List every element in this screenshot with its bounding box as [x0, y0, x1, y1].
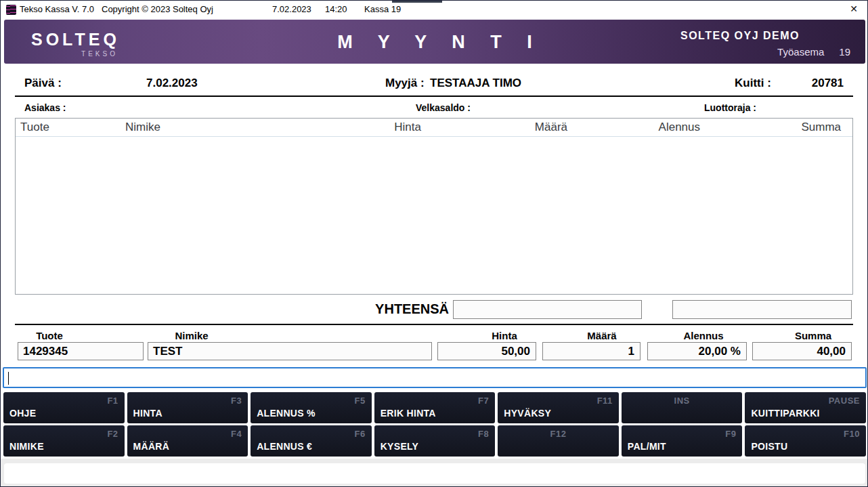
line-items-table: Tuote Nimike Hinta Määrä Alennus Summa [15, 118, 853, 295]
fkey-hint: F3 [231, 396, 242, 406]
kuittiparkki-button[interactable]: PAUSE KUITTIPARKKI [745, 392, 866, 423]
divider [15, 324, 853, 325]
column-header-summa: Summa [700, 121, 852, 134]
nimike-button[interactable]: F2 NIMIKE [3, 425, 125, 457]
app-icon [6, 5, 16, 15]
fkey-hint: F6 [355, 429, 366, 439]
divider [15, 96, 853, 97]
titlebar: Tekso Kassa V. 7.0 Copyright © 2023 Solt… [1, 1, 867, 18]
function-key-panel: F1 OHJE F3 HINTA F5 ALENNUS % F7 ERIK HI… [3, 392, 866, 457]
screen-artifact [392, 1, 442, 3]
kysely-button[interactable]: F8 KYSELY [374, 425, 496, 457]
field-label-tuote: Tuote [36, 330, 63, 341]
logo-text: SOLTEQ [31, 31, 120, 48]
hinta-button[interactable]: F3 HINTA [127, 392, 248, 423]
bottom-strip [1, 459, 868, 487]
fkey-hint: PAUSE [829, 396, 860, 406]
debt-label: Velkasaldo : [416, 102, 471, 113]
field-label-hinta: Hinta [492, 330, 517, 341]
fkey-hint: F10 [844, 429, 860, 439]
header-right: SOLTEQ OYJ DEMO Työasema19 [680, 30, 850, 58]
alennus-field[interactable]: 20,00 % [647, 342, 747, 360]
pos-window: Tekso Kassa V. 7.0 Copyright © 2023 Solt… [0, 0, 868, 487]
table-header-row: Tuote Nimike Hinta Määrä Alennus Summa [16, 119, 852, 137]
fkey-hint: F2 [107, 429, 118, 439]
field-label-alennus: Alennus [683, 330, 723, 341]
text-caret [8, 372, 9, 385]
summa-field[interactable]: 40,00 [752, 342, 852, 360]
fkey-hint: F8 [478, 429, 489, 439]
receipt-number: 20781 [812, 77, 844, 90]
close-icon[interactable]: ✕ [847, 3, 861, 14]
column-header-alennus: Alennus [567, 121, 700, 134]
column-header-maara: Määrä [421, 121, 567, 134]
maara-button[interactable]: F4 MÄÄRÄ [127, 425, 248, 457]
command-input[interactable] [3, 367, 867, 388]
customer-label: Asiakas : [24, 102, 66, 113]
ins-button[interactable]: INS [622, 392, 743, 423]
receipt-label: Kuitti : [735, 77, 771, 90]
f12-button[interactable]: F12 [498, 425, 619, 457]
hyvaksy-button[interactable]: F11 HYVÄKSY [498, 392, 619, 423]
column-header-nimike: Nimike [121, 121, 286, 134]
alennus-euro-button[interactable]: F6 ALENNUS € [251, 425, 372, 457]
titlebar-date: 7.02.2023 [272, 4, 311, 14]
erik-hinta-button[interactable]: F7 ERIK HINTA [374, 392, 496, 423]
fkey-hint: F12 [550, 429, 567, 439]
titlebar-time: 14:20 [325, 4, 347, 14]
column-header-hinta: Hinta [286, 121, 421, 134]
poistu-button[interactable]: F10 POISTU [745, 425, 866, 457]
maara-field[interactable]: 1 [542, 342, 641, 360]
solteq-logo: SOLTEQ TEKSO [31, 31, 120, 58]
pal-mit-button[interactable]: F9 PAL/MIT [622, 425, 743, 457]
seller-label: Myyjä : [385, 77, 425, 90]
field-label-summa: Summa [795, 330, 831, 341]
fkey-hint: F1 [107, 396, 118, 406]
company-name: SOLTEQ OYJ DEMO [680, 30, 850, 42]
workstation-info: Työasema19 [680, 46, 850, 58]
total-amount-field2[interactable] [672, 300, 852, 319]
workstation-number: 19 [839, 46, 850, 58]
alennus-percent-button[interactable]: F5 ALENNUS % [251, 392, 372, 423]
copyright-text: Copyright © 2023 Solteq Oyj [102, 4, 213, 14]
page-title: M Y Y N T I [327, 32, 542, 53]
date-value: 7.02.2023 [146, 77, 198, 90]
fkey-hint: F7 [478, 396, 489, 406]
register-number: Kassa 19 [364, 4, 401, 14]
field-label-maara: Määrä [587, 330, 616, 341]
logo-subtext: TEKSO [31, 50, 120, 58]
tuote-field[interactable]: 1429345 [18, 342, 144, 360]
nimike-field[interactable]: TEST [148, 342, 432, 360]
credit-label: Luottoraja : [704, 102, 756, 113]
date-label: Päivä : [24, 77, 62, 90]
field-label-nimike: Nimike [175, 330, 208, 341]
column-header-tuote: Tuote [16, 121, 121, 134]
fkey-hint: F5 [355, 396, 366, 406]
window-title: Tekso Kassa V. 7.0 [20, 4, 94, 14]
hinta-field[interactable]: 50,00 [437, 342, 536, 360]
workstation-label: Työasema [777, 46, 824, 58]
total-amount-field[interactable] [453, 300, 642, 319]
fkey-hint: F9 [725, 429, 736, 439]
status-bar [4, 463, 865, 484]
ohje-button[interactable]: F1 OHJE [3, 392, 125, 423]
fkey-hint: F11 [597, 396, 613, 406]
fkey-hint: INS [674, 396, 690, 406]
seller-value: TESTAAJA TIMO [430, 77, 521, 90]
header-band: SOLTEQ TEKSO M Y Y N T I SOLTEQ OYJ DEMO… [4, 20, 865, 64]
fkey-hint: F4 [231, 429, 242, 439]
total-label: YHTEENSÄ [312, 301, 449, 317]
